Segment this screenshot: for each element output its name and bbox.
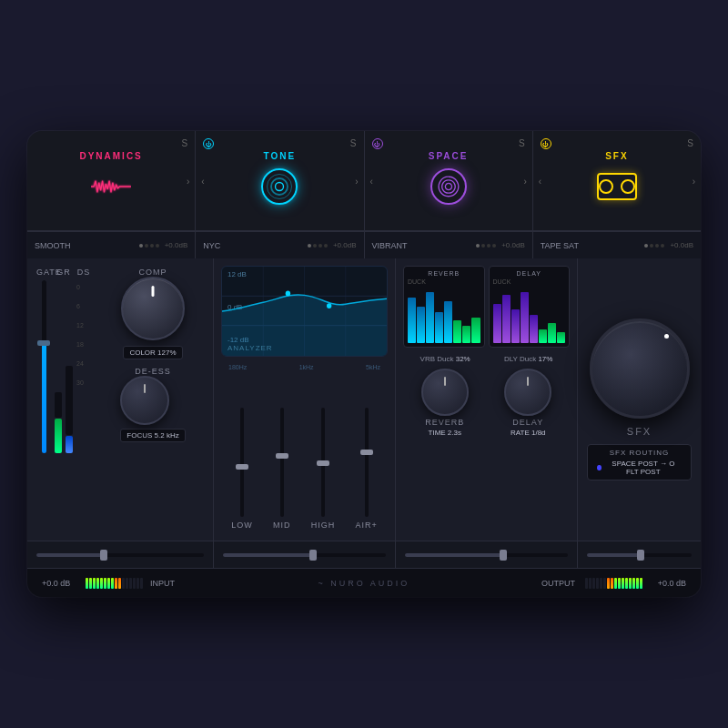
reverb-knob[interactable] [421,369,469,416]
delay-meter-label: DELAY [493,270,566,277]
routing-dot [597,465,602,470]
tone-title: TONE [264,151,297,161]
comp-color-label: COLOR [129,349,157,357]
delay-knob[interactable] [504,369,551,416]
eq-analyzer-label: ANALYZER [228,344,273,352]
svg-point-1 [276,183,284,191]
eq-fader-air[interactable]: AIR+ [356,408,378,530]
gr-label: GR [56,268,71,277]
tone-power-btn[interactable]: ⏻ [203,138,214,149]
fader-ticks: 0612182430 [76,284,84,531]
eq-display: 12 dB 0 dB -12 dB [221,266,388,357]
dynamics-preset-cell: SMOOTH +0.0dB [27,232,196,258]
effects-panel: REVERB DUCK [396,258,578,541]
sfx-nav-right[interactable]: › [693,176,695,186]
delay-label: DELAY [512,418,543,427]
delay-meter: DELAY DUCK [489,266,571,348]
dynamics-nav-right[interactable]: › [187,176,189,186]
reverb-meter: REVERB DUCK [403,266,485,348]
ds-label: DS [76,268,91,277]
svg-point-8 [327,303,331,308]
input-db: +0.0 dB [42,579,78,588]
comp-section: COMP COLOR 127% DE-ESS FOCUS 5.2 kHz [95,268,204,531]
sfx-dots [644,244,664,248]
output-vu-meter [585,578,642,589]
space-power-btn[interactable]: ⏻ [372,138,383,149]
dynamics-slider-section[interactable] [27,541,214,568]
dynamics-icon [91,167,131,207]
input-vu-meter [86,578,143,589]
gate-fader[interactable] [36,280,51,531]
reverb-meter-label: REVERB [408,270,480,277]
sfx-main-knob[interactable] [590,318,690,419]
eq-faders: LOW MID HIGH [221,378,388,533]
reverb-label: REVERB [425,418,464,427]
svg-point-7 [286,290,290,296]
sfx-settings[interactable]: S [687,138,693,148]
tone-settings[interactable]: S [350,138,357,148]
lower-sliders [27,541,701,568]
tone-dots [308,244,328,248]
eq-high-label: HIGH [311,521,336,530]
focus-label: FOCUS [126,431,154,440]
tone-preset: NYC [203,241,220,250]
input-label: INPUT [150,579,187,588]
space-nav-right[interactable]: › [523,176,526,186]
delay-rate: RATE 1/8d [511,429,546,437]
module-tone[interactable]: ⏻ TONE ‹ › S [196,131,364,230]
sfx-main-panel: SFX SFX ROUTING SPACE POST → O FLT POST [578,258,701,541]
sfx-preset-cell: TAPE SAT +0.0dB [533,232,701,258]
sfx-icon [597,167,637,207]
space-settings[interactable]: S [519,138,525,148]
space-nav-left[interactable]: ‹ [370,176,373,186]
comp-color-badge: COLOR 127% [123,346,182,359]
sfx-power-btn[interactable]: ⏻ [541,138,551,149]
dynamics-dots [139,244,159,248]
module-sfx[interactable]: ⏻ SFX ‹ › S [533,131,701,230]
output-label: OUTPUT [541,579,578,588]
module-space[interactable]: ⏻ SPACE ‹ › S [365,131,533,230]
vrb-duck-label: VRB Duck [420,355,454,363]
tone-nav-left[interactable]: ‹ [201,176,204,186]
eq-fader-low[interactable]: LOW [231,408,253,530]
eq-slider-section[interactable] [214,541,396,568]
comp-label: COMP [139,268,167,277]
reverb-knob-col: REVERB TIME 2.3s [421,369,469,437]
space-icon [429,167,469,207]
dly-duck-display: DLY Duck 17% [504,355,553,363]
gate-label: GATE [36,268,51,277]
output-db: +0.0 dB [650,579,686,588]
module-dynamics[interactable]: DYNAMICS › S [27,131,196,230]
sfx-nav-left[interactable]: ‹ [539,176,541,186]
sfx-slider-section[interactable] [578,541,701,568]
vrb-duck-display: VRB Duck 32% [420,355,470,363]
branding: ~ NURO AUDIO [194,579,534,588]
top-section: DYNAMICS › S ⏻ TONE [27,131,701,231]
eq-air-label: AIR+ [356,521,378,530]
delay-bars [493,287,566,343]
space-preset-cell: VIBRANT +0.0dB [365,232,533,258]
de-ess-knob[interactable] [120,376,169,425]
focus-value: 5.2 kHz [155,431,179,440]
svg-point-0 [271,178,288,195]
space-title: SPACE [429,151,469,161]
eq-fader-high[interactable]: HIGH [311,408,336,530]
tone-preset-cell: NYC +0.0dB [196,232,364,258]
dynamics-settings[interactable]: S [182,138,188,148]
sfx-routing-box: SFX ROUTING SPACE POST → O FLT POST [587,444,692,480]
dly-duck-value: 17% [538,355,552,363]
tone-nav-right[interactable]: › [355,176,358,186]
space-dots [476,244,496,248]
sfx-main-label: SFX [627,426,652,437]
dynamics-panel: GATE GR DS [27,258,214,541]
sfx-title: SFX [605,151,628,161]
eq-fader-mid[interactable]: MID [273,408,291,530]
dynamics-preset: SMOOTH [35,241,71,250]
module-preset-row: SMOOTH +0.0dB NYC +0.0dB VIBRANT [27,231,701,258]
effects-slider-section[interactable] [396,541,578,568]
comp-knob[interactable] [121,277,185,340]
main-section: GATE GR DS [27,258,701,541]
eq-mid-label: MID [273,521,291,530]
reverb-time: TIME 2.3s [429,429,461,437]
bottom-bar: +0.0 dB INPUT ~ NURO AUDIO OUTPUT [27,568,701,597]
